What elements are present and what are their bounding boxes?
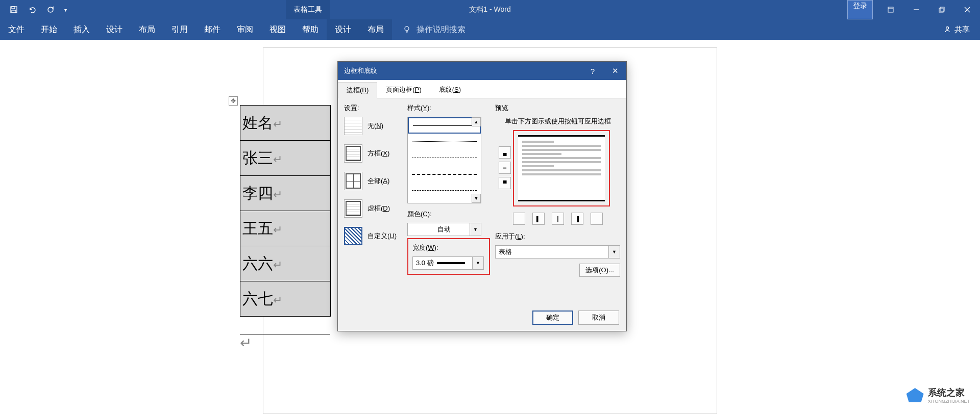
tab-help[interactable]: 帮助 bbox=[294, 19, 327, 40]
share-button[interactable]: 共享 bbox=[943, 25, 970, 35]
border-bottom-button[interactable]: ▀ bbox=[499, 177, 511, 189]
preview-diagram[interactable] bbox=[518, 135, 605, 201]
border-right-button[interactable]: ▐ bbox=[571, 213, 583, 225]
style-option-dotted[interactable] bbox=[408, 134, 481, 150]
style-column: 样式(Y): ▲ ▼ 颜色(C): 自动 ▼ 宽度(W): 3.0 磅 bbox=[407, 104, 490, 307]
qat-customize[interactable]: ▾ bbox=[60, 0, 70, 19]
tab-file[interactable]: 文件 bbox=[0, 19, 33, 40]
tab-mailings[interactable]: 邮件 bbox=[196, 19, 229, 40]
none-icon bbox=[344, 117, 362, 135]
width-section-highlighted: 宽度(W): 3.0 磅 ▼ bbox=[407, 238, 490, 275]
watermark: 系统之家 XITONGZHIJIA.NET bbox=[906, 386, 970, 404]
style-listbox[interactable]: ▲ ▼ bbox=[407, 117, 481, 203]
login-button[interactable]: 登录 bbox=[847, 0, 873, 19]
preview-bottom-buttons: ▌ ┃ ▐ bbox=[495, 213, 620, 225]
preview-box-highlighted: ▄ ━ ▀ bbox=[513, 130, 610, 206]
custom-icon bbox=[344, 227, 362, 245]
tab-table-layout[interactable]: 布局 bbox=[359, 19, 392, 40]
options-button[interactable]: 选项(O)... bbox=[579, 264, 620, 277]
settings-label: 设置: bbox=[344, 104, 407, 113]
border-left-button[interactable]: ▌ bbox=[532, 213, 545, 225]
redo-button[interactable] bbox=[42, 0, 59, 19]
minimize-button[interactable] bbox=[903, 0, 929, 19]
border-diag-down-button[interactable] bbox=[513, 213, 525, 225]
cancel-button[interactable]: 取消 bbox=[578, 310, 619, 325]
svg-rect-4 bbox=[888, 7, 893, 12]
maximize-button[interactable] bbox=[929, 0, 954, 19]
border-vmiddle-button[interactable]: ┃ bbox=[552, 213, 564, 225]
svg-rect-1 bbox=[12, 7, 15, 9]
table-row[interactable]: 六七↵ bbox=[240, 281, 331, 317]
tab-page-borders[interactable]: 页面边框(P) bbox=[377, 82, 430, 98]
dialog-help-button[interactable]: ? bbox=[581, 62, 604, 80]
document-table[interactable]: 姓名↵ 张三↵ 李四↵ 王五↵ 六六↵ 六七↵ bbox=[240, 105, 331, 317]
border-diag-up-button[interactable] bbox=[591, 213, 603, 225]
preview-hint: 单击下方图示或使用按钮可应用边框 bbox=[495, 117, 620, 126]
color-label: 颜色(C): bbox=[407, 210, 490, 219]
border-hmiddle-button[interactable]: ━ bbox=[499, 162, 511, 174]
save-button[interactable] bbox=[5, 0, 22, 19]
tab-review[interactable]: 审阅 bbox=[229, 19, 261, 40]
table-row[interactable]: 李四↵ bbox=[240, 176, 331, 211]
width-sample-icon bbox=[437, 262, 465, 264]
apply-to-dropdown[interactable]: 表格 ▼ bbox=[495, 245, 620, 258]
tab-view[interactable]: 视图 bbox=[261, 19, 294, 40]
chevron-down-icon: ▼ bbox=[608, 246, 620, 258]
tab-table-design[interactable]: 设计 bbox=[327, 19, 359, 40]
style-option-dashed[interactable] bbox=[408, 166, 481, 183]
style-option-solid[interactable] bbox=[408, 117, 481, 134]
border-top-button[interactable]: ▄ bbox=[499, 146, 511, 159]
paragraph-mark: ↵ bbox=[240, 334, 330, 351]
ribbon-tabs: 文件 开始 插入 设计 布局 引用 邮件 审阅 视图 帮助 设计 布局 操作说明… bbox=[0, 19, 980, 40]
scroll-down-icon[interactable]: ▼ bbox=[472, 194, 481, 203]
share-label: 共享 bbox=[954, 25, 970, 35]
svg-rect-6 bbox=[939, 8, 943, 12]
watermark-url: XITONGZHIJIA.NET bbox=[928, 399, 970, 404]
dialog-tabs: 边框(B) 页面边框(P) 底纹(S) bbox=[338, 80, 626, 98]
tab-shading[interactable]: 底纹(S) bbox=[430, 82, 470, 98]
ribbon-options-icon[interactable] bbox=[878, 0, 903, 19]
table-row[interactable]: 张三↵ bbox=[240, 141, 331, 176]
window-controls: 登录 bbox=[847, 0, 980, 19]
style-option-dashdot[interactable] bbox=[408, 183, 481, 199]
tab-home[interactable]: 开始 bbox=[33, 19, 65, 40]
title-bar: ▾ 表格工具 文档1 - Word 登录 bbox=[0, 0, 980, 19]
setting-box[interactable]: 方框(X) bbox=[344, 144, 407, 163]
svg-point-10 bbox=[405, 27, 409, 31]
color-value: 自动 bbox=[437, 225, 451, 234]
dialog-titlebar[interactable]: 边框和底纹 ? ✕ bbox=[338, 62, 626, 80]
width-dropdown[interactable]: 3.0 磅 ▼ bbox=[412, 256, 484, 270]
scroll-up-icon[interactable]: ▲ bbox=[472, 117, 481, 126]
setting-none[interactable]: 无(N) bbox=[344, 117, 407, 135]
tell-me-search[interactable]: 操作说明搜索 bbox=[402, 24, 465, 35]
table-row[interactable]: 姓名↵ bbox=[240, 106, 331, 141]
watermark-icon bbox=[906, 388, 924, 402]
svg-rect-7 bbox=[940, 7, 944, 11]
close-button[interactable] bbox=[954, 0, 980, 19]
tab-borders[interactable]: 边框(B) bbox=[338, 82, 377, 98]
undo-button[interactable] bbox=[23, 0, 41, 19]
color-dropdown[interactable]: 自动 ▼ bbox=[407, 223, 481, 236]
table-row[interactable]: 六六↵ bbox=[240, 246, 331, 281]
tab-insert[interactable]: 插入 bbox=[65, 19, 98, 40]
apply-to-value: 表格 bbox=[499, 247, 512, 256]
tab-layout[interactable]: 布局 bbox=[131, 19, 163, 40]
preview-column: 预览 单击下方图示或使用按钮可应用边框 ▄ ━ ▀ ▌ ┃ ▐ bbox=[490, 104, 620, 307]
box-icon bbox=[344, 144, 362, 163]
chevron-down-icon: ▼ bbox=[472, 257, 483, 269]
table-row[interactable]: 王五↵ bbox=[240, 211, 331, 246]
setting-all[interactable]: 全部(A) bbox=[344, 172, 407, 190]
tell-me-placeholder: 操作说明搜索 bbox=[416, 24, 465, 35]
table-move-handle[interactable]: ✥ bbox=[229, 96, 238, 106]
dialog-footer: 确定 取消 bbox=[532, 310, 619, 325]
dialog-close-button[interactable]: ✕ bbox=[604, 62, 626, 80]
tab-references[interactable]: 引用 bbox=[163, 19, 196, 40]
setting-custom[interactable]: 自定义(U) bbox=[344, 227, 407, 245]
lightbulb-icon bbox=[402, 25, 411, 34]
tab-design[interactable]: 设计 bbox=[98, 19, 131, 40]
document-title: 文档1 - Word bbox=[469, 5, 510, 14]
ok-button[interactable]: 确定 bbox=[532, 310, 573, 325]
style-option-dashed-small[interactable] bbox=[408, 150, 481, 166]
settings-column: 设置: 无(N) 方框(X) 全部(A) 虚框(D) 自定义(U) bbox=[344, 104, 407, 307]
setting-grid[interactable]: 虚框(D) bbox=[344, 199, 407, 218]
